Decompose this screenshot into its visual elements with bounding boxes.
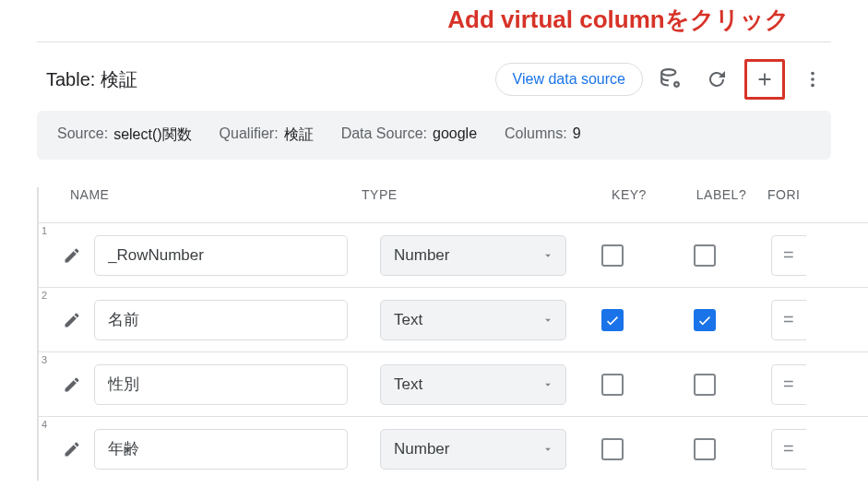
label-checkbox[interactable] xyxy=(694,438,716,460)
header-label: LABEL? xyxy=(675,187,767,202)
chevron-down-icon xyxy=(541,249,554,262)
meta-columns: Columns: 9 xyxy=(505,125,580,145)
table-title: Table: 検証 xyxy=(46,67,486,92)
label-checkbox[interactable] xyxy=(694,374,716,396)
row-number: 2 xyxy=(39,288,50,301)
chevron-down-icon xyxy=(541,314,554,327)
meta-qualifier-label: Qualifier: xyxy=(220,125,279,145)
add-virtual-column-button[interactable] xyxy=(749,64,780,95)
column-type-value: Text xyxy=(394,375,422,394)
instruction-callout: Add virtual columnをクリック xyxy=(0,0,868,42)
header-type: TYPE xyxy=(362,187,583,202)
table-title-label: Table: xyxy=(46,69,95,89)
meta-columns-label: Columns: xyxy=(505,125,567,145)
column-row: 2 Text = xyxy=(39,287,868,351)
column-type-select[interactable]: Number xyxy=(380,429,566,470)
row-number: 1 xyxy=(39,223,50,236)
header-name: NAME xyxy=(48,187,362,202)
columns-panel: NAME TYPE KEY? LABEL? FORI 1 Number xyxy=(37,187,868,481)
svg-point-0 xyxy=(661,69,675,76)
chevron-down-icon xyxy=(541,443,554,456)
data-settings-icon[interactable] xyxy=(652,61,689,98)
chevron-down-icon xyxy=(541,378,554,391)
table-meta-bar: Source: select()関数 Qualifier: 検証 Data So… xyxy=(37,111,831,160)
svg-point-4 xyxy=(811,84,814,88)
view-data-source-button[interactable]: View data source xyxy=(495,63,643,96)
svg-point-3 xyxy=(811,77,814,81)
svg-point-1 xyxy=(674,82,678,86)
edit-column-button[interactable] xyxy=(50,440,94,458)
column-row: 1 Number = xyxy=(39,222,868,287)
meta-datasource-value: google xyxy=(433,125,477,145)
column-type-select[interactable]: Text xyxy=(380,364,566,405)
more-menu-icon[interactable] xyxy=(794,61,831,98)
edit-column-button[interactable] xyxy=(50,375,94,394)
key-checkbox[interactable] xyxy=(601,244,624,267)
key-checkbox[interactable] xyxy=(601,309,624,331)
column-row: 4 Number = xyxy=(39,416,868,481)
refresh-icon[interactable] xyxy=(698,61,735,98)
column-row: 3 Text = xyxy=(39,351,868,416)
column-type-value: Number xyxy=(394,440,449,458)
meta-source-value: select()関数 xyxy=(113,125,191,145)
row-number: 3 xyxy=(39,352,50,365)
meta-qualifier: Qualifier: 検証 xyxy=(220,125,314,145)
column-headers-row: NAME TYPE KEY? LABEL? FORI xyxy=(39,187,868,222)
formula-button[interactable]: = xyxy=(771,429,806,470)
header-key: KEY? xyxy=(583,187,675,202)
meta-qualifier-value: 検証 xyxy=(284,125,314,145)
formula-button[interactable]: = xyxy=(771,235,806,276)
column-type-select[interactable]: Number xyxy=(380,235,566,276)
meta-datasource-label: Data Source: xyxy=(341,125,427,145)
meta-datasource: Data Source: google xyxy=(341,125,477,145)
column-name-input[interactable] xyxy=(94,300,348,340)
label-checkbox[interactable] xyxy=(694,309,716,331)
meta-columns-value: 9 xyxy=(573,125,581,145)
column-name-input[interactable] xyxy=(94,364,348,405)
formula-button[interactable]: = xyxy=(771,364,806,405)
column-type-select[interactable]: Text xyxy=(380,300,566,340)
svg-point-2 xyxy=(811,72,814,76)
formula-button[interactable]: = xyxy=(771,300,806,340)
table-title-name: 検証 xyxy=(101,69,137,89)
key-checkbox[interactable] xyxy=(601,438,624,460)
column-type-value: Text xyxy=(394,311,422,329)
label-checkbox[interactable] xyxy=(694,244,716,267)
edit-column-button[interactable] xyxy=(50,246,94,265)
key-checkbox[interactable] xyxy=(601,374,624,396)
edit-column-button[interactable] xyxy=(50,311,94,329)
column-name-input[interactable] xyxy=(94,429,348,470)
top-divider xyxy=(37,42,831,42)
column-name-input[interactable] xyxy=(94,235,348,276)
header-formula: FORI xyxy=(767,187,823,202)
row-number: 4 xyxy=(39,417,50,430)
meta-source-label: Source: xyxy=(57,125,108,145)
column-type-value: Number xyxy=(394,246,449,265)
add-column-highlight xyxy=(744,59,785,100)
meta-source: Source: select()関数 xyxy=(57,125,192,145)
table-header-bar: Table: 検証 View data source xyxy=(0,50,868,111)
